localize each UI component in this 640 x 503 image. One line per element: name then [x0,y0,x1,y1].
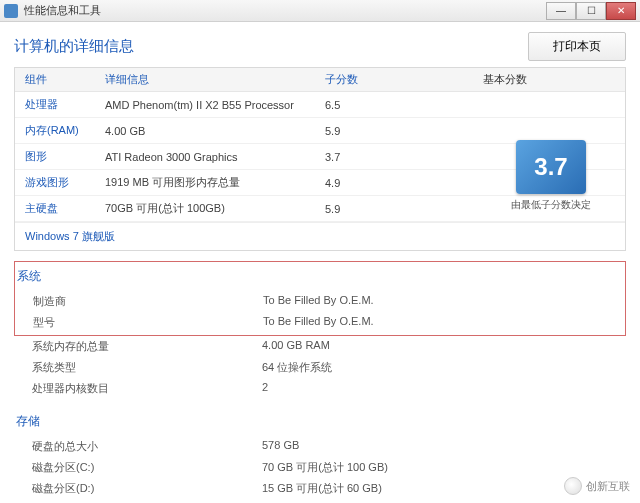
row-subscore: 3.7 [325,151,385,163]
row-detail: 70GB 可用(总计 100GB) [105,201,325,216]
col-component: 组件 [15,72,105,87]
col-detail: 详细信息 [105,72,325,87]
info-label: 磁盘分区(C:) [32,460,262,475]
info-label: 硬盘的总大小 [32,439,262,454]
watermark-icon [564,477,582,495]
info-row: 系统内存的总量4.00 GB RAM [14,336,626,357]
row-detail: ATI Radeon 3000 Graphics [105,151,325,163]
maximize-button[interactable]: ☐ [576,2,606,20]
system-title: 系统 [15,264,625,291]
base-score-tile: 3.7 [516,140,586,194]
info-value: To Be Filled By O.E.M. [263,315,625,330]
row-component: 内存(RAM) [15,123,105,138]
title-bar: 性能信息和工具 — ☐ ✕ [0,0,640,22]
page-title: 计算机的详细信息 [14,37,528,56]
row-component: 处理器 [15,97,105,112]
info-label: 制造商 [33,294,263,309]
app-icon [4,4,18,18]
table-row: 处理器AMD Phenom(tm) II X2 B55 Processor6.5 [15,92,625,118]
window-buttons: — ☐ ✕ [546,2,636,20]
info-row: 系统类型64 位操作系统 [14,357,626,378]
storage-title: 存储 [14,409,626,436]
info-value: 2 [262,381,626,396]
row-detail: AMD Phenom(tm) II X2 B55 Processor [105,99,325,111]
col-base: 基本分数 [385,72,625,87]
storage-section: 存储 硬盘的总大小578 GB磁盘分区(C:)70 GB 可用(总计 100 G… [14,409,626,503]
col-subscore: 子分数 [325,72,385,87]
info-row: 型号To Be Filled By O.E.M. [15,312,625,333]
row-subscore: 5.9 [325,203,385,215]
info-row: 磁盘分区(D:)15 GB 可用(总计 60 GB) [14,478,626,499]
score-panel: 组件 详细信息 子分数 基本分数 处理器AMD Phenom(tm) II X2… [14,67,626,251]
watermark-text: 创新互联 [586,479,630,494]
info-value: 4.00 GB RAM [262,339,626,354]
info-label: 系统类型 [32,360,262,375]
info-value: 64 位操作系统 [262,360,626,375]
base-score-note: 由最低子分数决定 [507,198,595,212]
close-button[interactable]: ✕ [606,2,636,20]
row-detail: 4.00 GB [105,125,325,137]
table-header: 组件 详细信息 子分数 基本分数 [15,68,625,92]
info-row: 制造商To Be Filled By O.E.M. [15,291,625,312]
minimize-button[interactable]: — [546,2,576,20]
content-area: 计算机的详细信息 打印本页 组件 详细信息 子分数 基本分数 处理器AMD Ph… [0,22,640,503]
system-section: 系统 制造商To Be Filled By O.E.M.型号To Be Fill… [14,261,626,399]
row-component: 图形 [15,149,105,164]
info-label: 处理器内核数目 [32,381,262,396]
base-score-box: 3.7 由最低子分数决定 [507,140,595,212]
row-detail: 1919 MB 可用图形内存总量 [105,175,325,190]
info-value: 70 GB 可用(总计 100 GB) [262,460,626,475]
watermark: 创新互联 [564,477,630,495]
info-row: 磁盘分区(E:)28 GB 可用(总计 52 GB) [14,499,626,503]
os-label: Windows 7 旗舰版 [15,222,625,250]
info-value: To Be Filled By O.E.M. [263,294,625,309]
info-label: 型号 [33,315,263,330]
row-component: 主硬盘 [15,201,105,216]
print-button[interactable]: 打印本页 [528,32,626,61]
oem-highlight: 系统 制造商To Be Filled By O.E.M.型号To Be Fill… [14,261,626,336]
row-subscore: 6.5 [325,99,385,111]
window-title: 性能信息和工具 [24,3,546,18]
row-subscore: 5.9 [325,125,385,137]
info-value: 578 GB [262,439,626,454]
info-label: 系统内存的总量 [32,339,262,354]
info-row: 硬盘的总大小578 GB [14,436,626,457]
info-row: 磁盘分区(C:)70 GB 可用(总计 100 GB) [14,457,626,478]
row-component: 游戏图形 [15,175,105,190]
row-subscore: 4.9 [325,177,385,189]
info-label: 磁盘分区(D:) [32,481,262,496]
info-row: 处理器内核数目2 [14,378,626,399]
